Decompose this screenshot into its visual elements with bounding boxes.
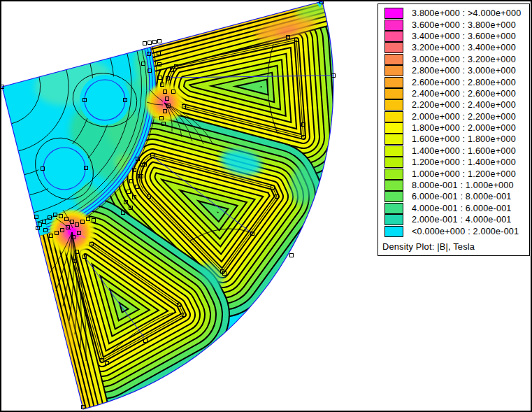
legend-range-label: 1.800e+000 : 2.000e+000 <box>412 123 516 133</box>
legend-range-label: <0.000e+000 : 2.000e-001 <box>412 227 519 236</box>
legend-color-swatch <box>384 54 403 65</box>
legend-row: <0.000e+000 : 2.000e-001 <box>378 225 529 236</box>
femm-density-plot-window: 3.800e+000 : >4.000e+0003.600e+000 : 3.8… <box>0 0 532 412</box>
legend-row: 2.600e+000 : 2.800e+000 <box>378 76 529 87</box>
legend-range-label: 2.400e+000 : 2.600e+000 <box>412 89 516 99</box>
legend-row: 2.200e+000 : 2.400e+000 <box>378 99 529 111</box>
legend-row: 2.000e-001 : 4.000e-001 <box>378 214 529 225</box>
legend-color-swatch <box>384 99 403 111</box>
legend-row: 1.600e+000 : 1.800e+000 <box>378 134 529 145</box>
legend-color-swatch <box>384 111 403 122</box>
legend-row: 2.400e+000 : 2.600e+000 <box>378 88 529 99</box>
legend-row: 6.000e-001 : 8.000e-001 <box>378 191 529 202</box>
legend-range-label: 3.600e+000 : 3.800e+000 <box>412 20 516 30</box>
legend-row: 2.000e+000 : 2.200e+000 <box>378 111 529 122</box>
legend-row: 1.800e+000 : 2.000e+000 <box>378 122 529 134</box>
legend-row: 3.400e+000 : 3.600e+000 <box>378 31 529 42</box>
legend-color-swatch <box>384 122 403 134</box>
legend-range-label: 1.600e+000 : 1.800e+000 <box>412 134 516 144</box>
legend-panel: 3.800e+000 : >4.000e+0003.600e+000 : 3.8… <box>378 3 530 256</box>
legend-row: 3.800e+000 : >4.000e+000 <box>378 8 529 19</box>
legend-range-label: 2.600e+000 : 2.800e+000 <box>412 78 516 87</box>
legend-range-label: 3.200e+000 : 3.400e+000 <box>412 43 516 52</box>
legend-range-label: 1.000e+000 : 1.200e+000 <box>412 169 516 179</box>
legend-color-swatch <box>384 169 403 180</box>
legend-color-swatch <box>384 42 403 53</box>
rotor-hole-1 <box>85 80 125 120</box>
legend-row: 1.000e+000 : 1.200e+000 <box>378 168 529 179</box>
legend-row: 3.000e+000 : 3.200e+000 <box>378 54 529 65</box>
legend-rows: 3.800e+000 : >4.000e+0003.600e+000 : 3.8… <box>378 8 529 237</box>
legend-range-label: 2.800e+000 : 3.000e+000 <box>412 66 516 76</box>
legend-range-label: 3.000e+000 : 3.200e+000 <box>412 55 516 64</box>
legend-color-swatch <box>384 20 403 31</box>
legend-row: 8.000e-001 : 1.000e+000 <box>378 180 529 191</box>
legend-row: 3.200e+000 : 3.400e+000 <box>378 42 529 53</box>
legend-color-swatch <box>384 8 403 19</box>
legend-color-swatch <box>384 31 403 42</box>
legend-range-label: 1.200e+000 : 1.400e+000 <box>412 157 516 167</box>
legend-color-swatch <box>384 203 403 214</box>
legend-row: 3.600e+000 : 3.800e+000 <box>378 19 529 30</box>
legend-row: 1.200e+000 : 1.400e+000 <box>378 157 529 168</box>
legend-color-swatch <box>384 134 403 145</box>
legend-color-swatch <box>384 157 403 168</box>
legend-row: 4.000e-001 : 6.000e-001 <box>378 203 529 214</box>
legend-range-label: 2.000e-001 : 4.000e-001 <box>412 215 512 225</box>
legend-range-label: 1.400e+000 : 1.600e+000 <box>412 146 516 156</box>
legend-range-label: 2.000e+000 : 2.200e+000 <box>412 112 516 122</box>
legend-row: 1.400e+000 : 1.600e+000 <box>378 145 529 157</box>
legend-caption: Density Plot: |B|, Tesla <box>378 237 529 253</box>
legend-range-label: 3.400e+000 : 3.600e+000 <box>412 31 516 41</box>
legend-color-swatch <box>384 226 403 237</box>
legend-range-label: 8.000e-001 : 1.000e+000 <box>412 180 514 190</box>
legend-color-swatch <box>384 214 403 225</box>
hotspot-top <box>144 82 186 124</box>
legend-range-label: 4.000e-001 : 6.000e-001 <box>412 204 512 213</box>
legend-color-swatch <box>384 180 403 191</box>
legend-range-label: 3.800e+000 : >4.000e+000 <box>412 8 521 18</box>
legend-color-swatch <box>384 191 403 202</box>
legend-color-swatch <box>384 65 403 76</box>
legend-row: 2.800e+000 : 3.000e+000 <box>378 65 529 76</box>
legend-range-label: 2.200e+000 : 2.400e+000 <box>412 100 516 110</box>
legend-range-label: 6.000e-001 : 8.000e-001 <box>412 192 512 201</box>
rotor-hole-2 <box>43 148 85 190</box>
legend-color-swatch <box>384 145 403 157</box>
legend-color-swatch <box>384 77 403 88</box>
legend-color-swatch <box>384 88 403 99</box>
